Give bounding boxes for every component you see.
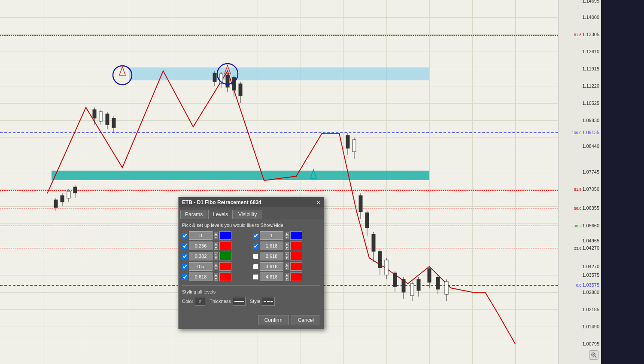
level-input-0382[interactable]	[189, 252, 213, 260]
level-spinner-down-0382[interactable]: ▼	[214, 256, 218, 260]
level-spinner-down-05[interactable]: ▼	[214, 266, 218, 270]
grid-line-v	[172, 0, 172, 364]
level-color-0[interactable]	[219, 231, 231, 240]
level-color-2618[interactable]	[290, 252, 302, 260]
level-spinner-up-0618[interactable]: ▲	[214, 273, 218, 277]
level-input-1618[interactable]	[260, 242, 283, 250]
dialog-body: Pick & set up levels you would like to S…	[179, 219, 324, 313]
svg-marker-56	[119, 67, 125, 75]
tab-visibility[interactable]: Visibility	[234, 210, 261, 219]
level-input-1[interactable]	[260, 231, 283, 240]
thickness-label: Thickness	[210, 299, 231, 304]
level-color-05[interactable]	[219, 262, 231, 271]
level-spinner-down-0[interactable]: ▼	[214, 236, 218, 239]
dialog-close-button[interactable]: ×	[317, 199, 320, 205]
tab-params[interactable]: Params	[180, 210, 207, 219]
level-spinner-up-0[interactable]: ▲	[214, 232, 218, 236]
level-row-05: ▲ ▼	[182, 262, 249, 271]
thickness-picker-button[interactable]	[233, 297, 246, 306]
level-color-0382[interactable]	[219, 252, 231, 260]
level-spinner-up-4618[interactable]: ▲	[285, 273, 289, 277]
level-input-2618[interactable]	[260, 252, 283, 260]
dialog-title: ETB - D1 Fibo Retracement 6834	[182, 199, 261, 205]
price-label: 1.11220	[582, 83, 599, 89]
level-spinner-down-1618[interactable]: ▼	[285, 246, 289, 250]
price-label-100: 100.01.09135	[572, 130, 599, 135]
level-spinner-2618: ▲ ▼	[285, 252, 289, 260]
level-color-0618[interactable]	[219, 272, 231, 281]
color-label: Color	[182, 299, 193, 304]
level-color-1618[interactable]	[290, 242, 302, 250]
level-color-4618[interactable]	[290, 272, 302, 281]
styling-label: Styling all levels	[182, 289, 320, 294]
level-checkbox-4618[interactable]	[253, 274, 258, 280]
level-input-4618[interactable]	[260, 272, 283, 281]
tab-levels[interactable]: Levels	[208, 210, 233, 219]
levels-grid: ▲ ▼ ▲ ▼	[182, 231, 320, 281]
svg-rect-3	[61, 196, 64, 202]
svg-rect-31	[359, 196, 362, 212]
level-color-1[interactable]	[290, 231, 302, 240]
level-spinner-down-3618[interactable]: ▼	[285, 266, 289, 270]
level-spinner-down-0236[interactable]: ▼	[214, 246, 218, 250]
level-spinner-up-05[interactable]: ▲	[214, 263, 218, 266]
level-row-0382: ▲ ▼	[182, 252, 249, 260]
grid-line-v	[472, 0, 473, 364]
dialog-footer: Confirm Cancel	[179, 313, 324, 329]
level-input-3618[interactable]	[260, 262, 283, 271]
color-picker-button[interactable]: #	[195, 297, 205, 306]
price-label: 50.01.06355	[574, 205, 599, 211]
level-spinner-0236: ▲ ▼	[214, 242, 218, 250]
svg-rect-51	[436, 277, 440, 289]
grid-line-v	[429, 0, 430, 364]
level-spinner-down-0618[interactable]: ▼	[214, 277, 218, 281]
price-label: 1.00795	[582, 341, 599, 346]
confirm-button[interactable]: Confirm	[258, 315, 289, 325]
level-spinner-up-3618[interactable]: ▲	[285, 263, 289, 266]
price-label: 1.04965	[582, 238, 599, 243]
level-spinner-down-2618[interactable]: ▼	[285, 256, 289, 260]
grid-line-v	[515, 0, 516, 364]
level-input-0[interactable]	[189, 231, 213, 240]
level-checkbox-0[interactable]	[182, 233, 188, 239]
dialog-tabs: Params Levels Visibility	[179, 208, 324, 219]
level-input-0618[interactable]	[189, 272, 213, 281]
level-spinner-up-1[interactable]: ▲	[285, 232, 289, 236]
level-checkbox-1618[interactable]	[253, 243, 258, 249]
svg-rect-11	[99, 112, 103, 121]
price-label: 61.81.07050	[574, 187, 599, 192]
level-row-4618: ▲ ▼	[253, 272, 320, 281]
level-checkbox-1[interactable]	[253, 233, 258, 239]
level-checkbox-05[interactable]	[182, 264, 188, 269]
level-checkbox-3618[interactable]	[253, 264, 258, 269]
style-picker-button[interactable]	[262, 297, 275, 306]
price-label: 61.81.13305	[574, 32, 599, 37]
level-spinner-0618: ▲ ▼	[214, 273, 218, 281]
level-color-0236[interactable]	[219, 242, 231, 250]
level-spinner-0: ▲ ▼	[214, 232, 218, 239]
level-spinner-down-4618[interactable]: ▼	[285, 277, 289, 281]
level-checkbox-2618[interactable]	[253, 254, 258, 259]
fibo-line-61-8-top	[0, 35, 601, 36]
zoom-icon[interactable]	[589, 350, 598, 360]
lightblue-band	[129, 67, 429, 80]
level-spinner-up-0382[interactable]: ▲	[214, 252, 218, 256]
level-spinner-1618: ▲ ▼	[285, 242, 289, 250]
level-spinner-up-2618[interactable]: ▲	[285, 252, 289, 256]
price-label: 1.09830	[582, 118, 599, 123]
level-spinner-up-1618[interactable]: ▲	[285, 242, 289, 246]
grid-line-v	[129, 0, 129, 364]
level-input-05[interactable]	[189, 262, 213, 271]
level-spinner-up-0236[interactable]: ▲	[214, 242, 218, 246]
level-input-0236[interactable]	[189, 242, 213, 250]
cancel-button[interactable]: Cancel	[292, 315, 320, 325]
dialog-fibo: ETB - D1 Fibo Retracement 6834 × Params …	[178, 197, 324, 329]
price-label: 1.10525	[582, 101, 599, 106]
level-checkbox-0236[interactable]	[182, 243, 188, 249]
level-checkbox-0382[interactable]	[182, 254, 188, 259]
level-checkbox-0618[interactable]	[182, 274, 188, 280]
grid-line-v	[86, 0, 86, 364]
level-spinner-down-1[interactable]: ▼	[285, 236, 289, 239]
level-color-3618[interactable]	[290, 262, 302, 271]
svg-rect-37	[378, 251, 382, 268]
